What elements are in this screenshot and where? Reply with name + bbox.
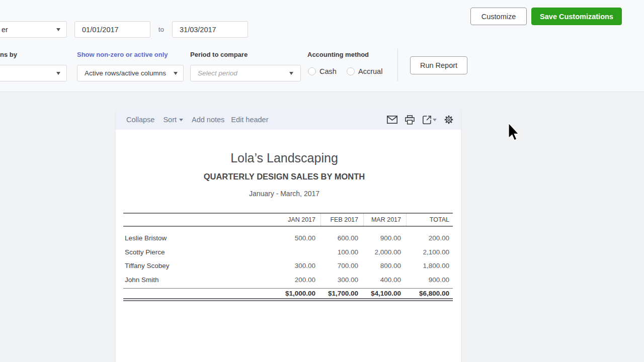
date-from-input[interactable]: 01/01/2017 xyxy=(74,21,150,38)
report-period: January - March, 2017 xyxy=(112,190,457,198)
accrual-radio[interactable]: Accrual xyxy=(347,67,382,75)
radio-circle xyxy=(347,67,355,75)
chevron-down-icon xyxy=(174,72,178,75)
table-row: Leslie Bristow500.00600.00900.00200.00 xyxy=(123,231,453,245)
collapse-link[interactable]: Collapse xyxy=(126,116,154,124)
report-title: QUARTERLY DESIGN SALES BY MONTH xyxy=(112,172,457,182)
row-value: 700.00 xyxy=(320,262,363,269)
report-card: Collapse Sort Add notes Edit header xyxy=(116,110,461,362)
col-mar: MAR 2017 xyxy=(363,214,406,226)
table-row: Scotty Pierce100.002,000.002,100.00 xyxy=(123,245,453,259)
report-table: JAN 2017 FEB 2017 MAR 2017 TOTAL Leslie … xyxy=(123,213,453,299)
table-header: JAN 2017 FEB 2017 MAR 2017 TOTAL xyxy=(123,213,453,227)
run-report-button[interactable]: Run Report xyxy=(410,56,467,74)
row-name: John Smith xyxy=(123,276,278,284)
col-jan: JAN 2017 xyxy=(278,214,320,226)
chevron-down-icon xyxy=(179,119,183,121)
row-value: 2,100.00 xyxy=(406,248,453,256)
row-name: Leslie Bristow xyxy=(123,234,278,242)
chevron-down-icon xyxy=(289,72,293,75)
mouse-cursor xyxy=(508,123,520,142)
row-value: 300.00 xyxy=(320,276,363,284)
export-icon xyxy=(422,115,432,125)
row-value: 1,800.00 xyxy=(406,262,453,269)
row-value: 900.00 xyxy=(406,276,453,284)
table-row: John Smith200.00300.00400.00900.00 xyxy=(123,273,453,287)
date-to-label: to xyxy=(150,21,172,38)
row-value: 2,000.00 xyxy=(363,248,406,256)
sort-dropdown[interactable]: Sort xyxy=(163,116,183,124)
row-name: Scotty Pierce xyxy=(123,248,278,256)
save-customizations-button[interactable]: Save Customizations xyxy=(531,8,622,25)
columns-by-label: ns by xyxy=(0,51,17,58)
period-to-compare-label: Period to compare xyxy=(190,51,248,58)
period-compare-dropdown[interactable]: Select period xyxy=(190,65,301,81)
customize-button[interactable]: Customize xyxy=(470,8,527,25)
email-icon[interactable] xyxy=(387,116,397,124)
col-feb: FEB 2017 xyxy=(320,214,363,226)
export-dropdown[interactable] xyxy=(422,115,437,125)
report-toolbar: Collapse Sort Add notes Edit header xyxy=(116,110,461,130)
divider xyxy=(397,49,398,81)
chevron-down-icon xyxy=(56,28,60,31)
row-value: 600.00 xyxy=(320,234,363,242)
chevron-down-icon xyxy=(433,119,437,121)
report-period-value: er xyxy=(2,26,8,34)
row-value: 100.00 xyxy=(320,248,363,256)
row-value: 800.00 xyxy=(363,262,406,269)
double-rule xyxy=(123,300,453,301)
row-value: 900.00 xyxy=(363,234,406,242)
row-value: 500.00 xyxy=(278,234,320,242)
row-value: 200.00 xyxy=(406,234,453,242)
report-period-dropdown[interactable]: er xyxy=(0,21,67,38)
report-page: er 01/01/2017 to 31/03/2017 Customize Sa… xyxy=(0,0,644,362)
add-notes-link[interactable]: Add notes xyxy=(192,116,224,124)
radio-circle xyxy=(308,67,316,75)
filter-bar: er 01/01/2017 to 31/03/2017 Customize Sa… xyxy=(0,0,644,92)
rows-columns-dropdown[interactable]: Active rows/active columns xyxy=(77,65,184,81)
row-name: Tiffany Scobey xyxy=(123,262,278,269)
row-value: 400.00 xyxy=(363,276,406,284)
company-name: Lola’s Landscaping xyxy=(112,151,457,165)
table-row: Tiffany Scobey300.00700.00800.001,800.00 xyxy=(123,259,453,273)
row-value: 300.00 xyxy=(278,262,320,269)
report-table-body: Leslie Bristow500.00600.00900.00200.00Sc… xyxy=(123,227,453,288)
accounting-method-label: Accounting method xyxy=(307,51,369,58)
cash-radio[interactable]: Cash xyxy=(308,67,337,75)
chevron-down-icon xyxy=(56,72,60,75)
col-total: TOTAL xyxy=(406,214,453,226)
edit-header-link[interactable]: Edit header xyxy=(231,116,268,124)
columns-by-dropdown[interactable] xyxy=(0,65,67,81)
table-total-row: $1,000.00 $1,700.00 $4,100.00 $6,800.00 xyxy=(123,288,453,299)
row-value: 200.00 xyxy=(278,276,320,284)
settings-icon[interactable] xyxy=(444,115,453,124)
print-icon[interactable] xyxy=(405,115,415,125)
date-to-input[interactable]: 31/03/2017 xyxy=(172,21,248,38)
show-nonzero-link[interactable]: Show non-zero or active only xyxy=(77,51,168,58)
